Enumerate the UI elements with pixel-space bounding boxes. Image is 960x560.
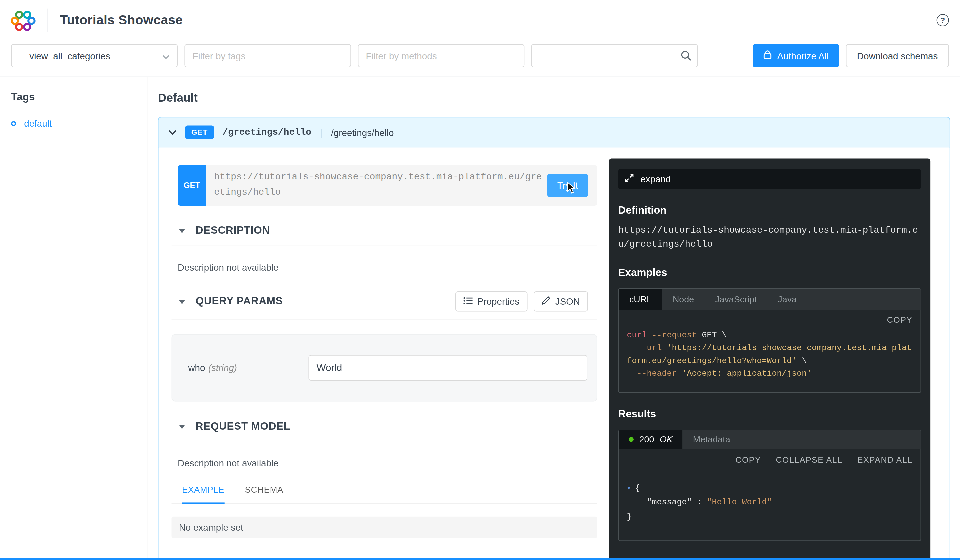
- tab-java[interactable]: Java: [767, 289, 807, 310]
- filter-tags-input[interactable]: [184, 44, 351, 67]
- example-language-tabs: cURL Node JavaScript Java: [619, 289, 920, 310]
- query-params-card: who(string): [172, 334, 597, 402]
- examples-title: Examples: [618, 267, 921, 279]
- list-icon: [463, 296, 472, 306]
- lock-icon: [763, 50, 772, 61]
- results-card: 200 OK Metadata COPY COLLAPSE ALL EXPAND…: [618, 429, 921, 541]
- param-who-input[interactable]: [308, 355, 587, 380]
- category-select[interactable]: __view_all_categories: [11, 44, 178, 67]
- page-title: Tutorials Showcase: [60, 13, 183, 28]
- expand-bar[interactable]: expand: [618, 169, 921, 189]
- chevron-down-icon: [162, 50, 170, 61]
- help-icon[interactable]: ?: [937, 14, 949, 26]
- status-text: OK: [660, 435, 673, 444]
- caret-down-icon: [179, 425, 185, 429]
- status-code: 200: [639, 435, 654, 444]
- mouse-cursor-icon: [567, 182, 578, 196]
- definition-url: https://tutorials-showcase-company.test.…: [618, 224, 921, 252]
- expand-icon: [625, 174, 634, 184]
- toolbar: __view_all_categories Authorize All Down…: [0, 40, 960, 76]
- try-method-badge: GET: [178, 165, 206, 205]
- results-body: COPY COLLAPSE ALL EXPAND ALL ▾ { "messag…: [619, 449, 920, 540]
- app-root: Tutorials Showcase ? __view_all_categori…: [0, 0, 960, 560]
- download-schemas-button[interactable]: Download schemas: [846, 44, 949, 67]
- query-params-title: QUERY PARAMS: [196, 295, 283, 307]
- pencil-icon: [542, 296, 550, 306]
- result-json-viewer: ▾ { "message" : "Hello World"}: [627, 481, 913, 524]
- endpoint-body: GET https://tutorials-showcase-company.t…: [158, 147, 950, 560]
- collapse-chevron-icon[interactable]: [168, 126, 176, 138]
- endpoint-path-plain: /greetings/hello: [331, 127, 394, 137]
- description-body: Description not available: [178, 262, 597, 272]
- results-tabs: 200 OK Metadata: [619, 430, 920, 449]
- request-url: https://tutorials-showcase-company.test.…: [206, 165, 597, 205]
- endpoint-detail-column: GET https://tutorials-showcase-company.t…: [158, 147, 597, 560]
- tags-title: Tags: [11, 91, 136, 104]
- search-input[interactable]: [531, 44, 698, 67]
- copy-code-button[interactable]: COPY: [887, 315, 913, 325]
- expand-all-button[interactable]: EXPAND ALL: [857, 455, 913, 464]
- method-badge: GET: [185, 125, 214, 139]
- content: Tags default Default GET /greetings/hell…: [0, 77, 960, 560]
- results-title: Results: [618, 408, 921, 420]
- query-params-actions: Properties JSON: [455, 291, 588, 311]
- request-model-body: Description not available: [178, 457, 597, 468]
- description-title: DESCRIPTION: [196, 224, 270, 237]
- json-button[interactable]: JSON: [534, 291, 588, 311]
- bottom-accent-bar: [0, 558, 960, 560]
- divider: [172, 319, 597, 320]
- definition-title: Definition: [618, 204, 921, 217]
- tab-curl[interactable]: cURL: [619, 289, 662, 310]
- tag-bullet-icon: [11, 121, 16, 126]
- param-name: who: [188, 362, 205, 373]
- endpoint-card: GET /greetings/hello | /greetings/hello …: [158, 117, 950, 560]
- endpoint-header[interactable]: GET /greetings/hello | /greetings/hello: [158, 118, 950, 148]
- mia-platform-logo-icon: [11, 8, 36, 32]
- code-body: COPY curl --request GET \ --url 'https:/…: [619, 310, 920, 392]
- filter-methods-input[interactable]: [358, 44, 525, 67]
- tab-status-200[interactable]: 200 OK: [619, 430, 682, 449]
- category-select-value: __view_all_categories: [19, 50, 110, 61]
- results-actions: COPY COLLAPSE ALL EXPAND ALL: [627, 455, 913, 464]
- divider: [172, 245, 597, 245]
- no-example-banner: No example set: [172, 516, 597, 538]
- try-it-bar: GET https://tutorials-showcase-company.t…: [178, 165, 597, 205]
- query-params-section-header[interactable]: QUERY PARAMS Properties: [172, 291, 597, 311]
- caret-down-icon: [179, 229, 185, 233]
- search-field: [531, 44, 698, 67]
- main-panel: Default GET /greetings/hello | /greeting…: [147, 77, 960, 560]
- param-label: who(string): [188, 362, 309, 373]
- copy-result-button[interactable]: COPY: [735, 455, 761, 464]
- divider: [172, 440, 597, 441]
- request-model-title: REQUEST MODEL: [196, 420, 290, 432]
- tab-schema[interactable]: SCHEMA: [245, 484, 283, 503]
- inspector-panel: expand Definition https://tutorials-show…: [609, 158, 930, 560]
- endpoint-path: /greetings/hello: [222, 127, 311, 137]
- app-header: Tutorials Showcase ?: [0, 0, 960, 40]
- tab-node[interactable]: Node: [662, 289, 705, 310]
- header-divider: [48, 9, 48, 32]
- sidebar-item-default[interactable]: default: [11, 118, 136, 128]
- expand-label: expand: [640, 174, 670, 184]
- authorize-all-button[interactable]: Authorize All: [753, 44, 839, 67]
- request-model-section-header[interactable]: REQUEST MODEL: [172, 420, 597, 432]
- tab-example[interactable]: EXAMPLE: [182, 484, 225, 503]
- properties-label: Properties: [477, 296, 520, 306]
- tab-javascript[interactable]: JavaScript: [705, 289, 767, 310]
- section-title: Default: [158, 91, 950, 105]
- description-section-header[interactable]: DESCRIPTION: [172, 224, 597, 237]
- json-label: JSON: [555, 296, 580, 306]
- request-model-tabs: EXAMPLE SCHEMA: [172, 484, 597, 503]
- path-separator: |: [320, 127, 322, 137]
- sidebar-item-label: default: [24, 118, 52, 128]
- search-icon[interactable]: [681, 50, 692, 64]
- examples-code-card: cURL Node JavaScript Java COPY curl --re…: [618, 288, 921, 393]
- tab-metadata[interactable]: Metadata: [682, 430, 741, 449]
- properties-button[interactable]: Properties: [455, 291, 527, 311]
- collapse-all-button[interactable]: COLLAPSE ALL: [776, 455, 843, 464]
- caret-down-icon: [179, 300, 185, 304]
- curl-code-block: curl --request GET \ --url 'https://tuto…: [627, 329, 913, 381]
- sidebar: Tags default: [0, 77, 147, 560]
- authorize-all-label: Authorize All: [777, 50, 829, 61]
- status-dot-icon: [629, 437, 634, 442]
